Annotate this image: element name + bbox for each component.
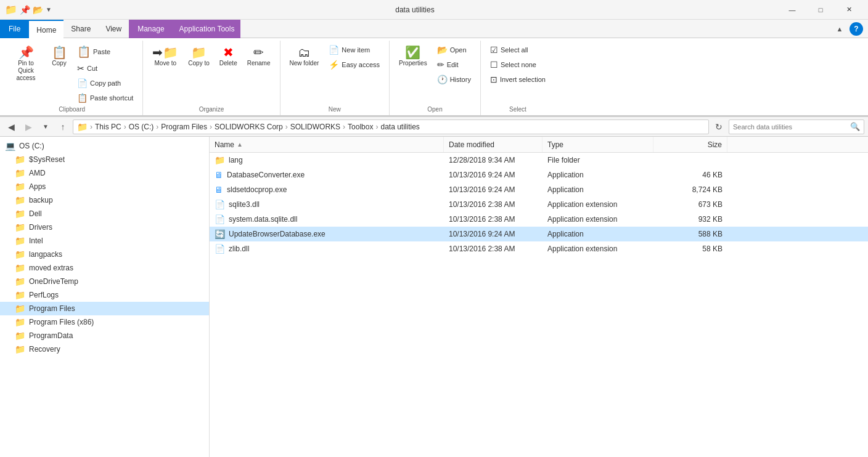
new-label: New [285,105,385,115]
easy-access-button[interactable]: ⚡ Easy access [324,58,384,71]
sidebar-item-recovery[interactable]: 📁Recovery [0,342,209,356]
forward-button[interactable]: ▶ [21,119,36,134]
file-type: Application extension [542,215,653,224]
edit-button[interactable]: ✏ Edit [433,58,475,71]
file-name: 📄 system.data.sqlite.dll [210,214,444,224]
paste-shortcut-button[interactable]: 📋 Paste shortcut [73,91,137,105]
sidebar-item-amd[interactable]: 📁AMD [0,166,209,180]
select-all-button[interactable]: ☑ Select all [486,43,550,57]
history-button[interactable]: 🕐 History [433,73,475,86]
delete-icon: ✖ [223,46,234,59]
title-bar: 📁 📌 📂 ▼ data utilities — □ ✕ [0,0,868,20]
cut-button[interactable]: ✂ Cut [73,62,137,75]
sidebar-item-intel[interactable]: 📁Intel [0,234,209,248]
tab-view[interactable]: View [98,20,129,38]
folder-icon: 📁 [15,236,25,246]
refresh-button[interactable]: ↻ [711,119,726,134]
sidebar-item-perflogs[interactable]: 📁PerfLogs [0,288,209,302]
folder-icon: 📁 [15,249,25,259]
delete-button[interactable]: ✖ Delete [215,43,242,70]
col-header-size[interactable]: Size [653,137,727,152]
paste-button[interactable]: 📋 Paste [73,43,137,60]
file-row[interactable]: 📄 zlib.dll 10/13/2016 2:38 AM Applicatio… [210,241,868,256]
path-this-pc[interactable]: This PC [95,123,121,131]
search-input[interactable] [733,123,848,131]
file-size: 588 KB [653,230,727,238]
path-os-c[interactable]: OS (C:) [129,123,154,131]
up-button[interactable]: ↑ [55,119,70,134]
select-none-button[interactable]: ☐ Select none [486,58,550,71]
move-to-button[interactable]: ➡📁 Move to [148,43,182,70]
computer-icon: 💻 [5,141,15,151]
sidebar-item-sysreset[interactable]: 📁$SysReset [0,153,209,166]
sidebar-item-langpacks[interactable]: 📁langpacks [0,248,209,261]
sidebar-item-drivers[interactable]: 📁Drivers [0,220,209,234]
sidebar-item-programdata[interactable]: 📁ProgramData [0,329,209,342]
file-row[interactable]: 🔄 UpdateBrowserDatabase.exe 10/13/2016 9… [210,227,868,241]
tab-application-tools[interactable]: Application Tools [173,20,241,38]
invert-selection-button[interactable]: ⊡ Invert selection [486,73,550,86]
sidebar-item-apps[interactable]: 📁Apps [0,180,209,193]
file-row[interactable]: 📄 system.data.sqlite.dll 10/13/2016 2:38… [210,212,868,227]
properties-button[interactable]: ✅ Properties [395,43,432,70]
tab-share[interactable]: Share [63,20,98,38]
tab-manage[interactable]: Manage [129,20,173,38]
back-button[interactable]: ◀ [4,119,18,134]
copy-path-button[interactable]: 📄 Copy path [73,76,137,90]
path-solidworks-corp[interactable]: SOLIDWORKS Corp [215,123,283,131]
path-data-utilities[interactable]: data utilities [380,123,419,131]
open-button[interactable]: 📂 Open [433,43,475,57]
file-type: Application extension [542,200,653,209]
new-item-button[interactable]: 📄 New item [324,43,384,57]
col-header-name[interactable]: Name ▲ [210,137,444,152]
maximize-button[interactable]: □ [806,0,835,20]
path-toolbox[interactable]: Toolbox [348,123,373,131]
recent-locations-button[interactable]: ▼ [38,119,53,134]
close-button[interactable]: ✕ [835,0,863,20]
sidebar-item-moved-extras[interactable]: 📁moved extras [0,261,209,275]
sidebar-item-onedrivetemp[interactable]: 📁OneDriveTemp [0,275,209,288]
file-list-container: Name ▲ Date modified Type Size 📁 lang 12… [210,137,868,457]
minimize-button[interactable]: — [778,0,806,20]
copy-to-button[interactable]: 📁 Copy to [184,43,213,70]
sidebar-item-backup[interactable]: 📁backup [0,193,209,207]
sidebar-item-program-files-x86[interactable]: 📁Program Files (x86) [0,315,209,329]
sidebar-item-program-files[interactable]: 📁Program Files [0,302,209,315]
tab-file[interactable]: File [0,20,29,38]
open-group: ✅ Properties 📂 Open ✏ Edit 🕐 History [390,41,481,115]
file-icon: 📄 [215,200,225,209]
path-solidworks[interactable]: SOLIDWORKS [290,123,340,131]
col-header-type[interactable]: Type [542,137,653,152]
file-row[interactable]: 📁 lang 12/28/2018 9:34 AM File folder [210,153,868,168]
search-box: 🔍 [729,119,864,134]
path-program-files[interactable]: Program Files [161,123,207,131]
copy-button[interactable]: 📋 Copy [47,43,72,70]
clipboard-label: Clipboard [6,105,137,115]
sidebar-item-os-c[interactable]: 💻 OS (C:) [0,139,209,153]
rename-button[interactable]: ✏ Rename [243,43,275,70]
folder-icon: 📁 [15,304,25,313]
file-name: 📄 sqlite3.dll [210,200,444,209]
dropdown-icon[interactable]: ▼ [46,6,52,13]
tab-home[interactable]: Home [29,20,63,38]
file-name: 🖥 sldsetdocprop.exe [210,185,444,195]
file-row[interactable]: 🖥 sldsetdocprop.exe 10/13/2016 9:24 AM A… [210,182,868,197]
col-header-date[interactable]: Date modified [444,137,542,152]
file-date: 10/13/2016 2:38 AM [444,245,542,253]
help-button[interactable]: ? [850,22,863,36]
pin-to-quick-access-button[interactable]: 📌 Pin to Quick access [6,43,46,85]
folder-icon: 📁 [15,209,25,219]
new-folder-button[interactable]: 🗂 New folder [285,43,324,70]
file-date: 10/13/2016 2:38 AM [444,200,542,209]
ribbon-collapse-button[interactable]: ▲ [832,22,847,36]
invert-icon: ⊡ [490,75,497,84]
paste-icon: 📋 [77,45,91,59]
file-size: 46 KB [653,171,727,179]
address-path[interactable]: 📁 › This PC › OS (C:) › Program Files › … [73,119,709,134]
file-row[interactable]: 📄 sqlite3.dll 10/13/2016 2:38 AM Applica… [210,197,868,212]
rename-icon: ✏ [253,46,264,59]
properties-icon: ✅ [405,46,420,59]
file-date: 10/13/2016 9:24 AM [444,230,542,238]
file-row[interactable]: 🖥 DatabaseConverter.exe 10/13/2016 9:24 … [210,168,868,182]
sidebar-item-dell[interactable]: 📁Dell [0,207,209,220]
